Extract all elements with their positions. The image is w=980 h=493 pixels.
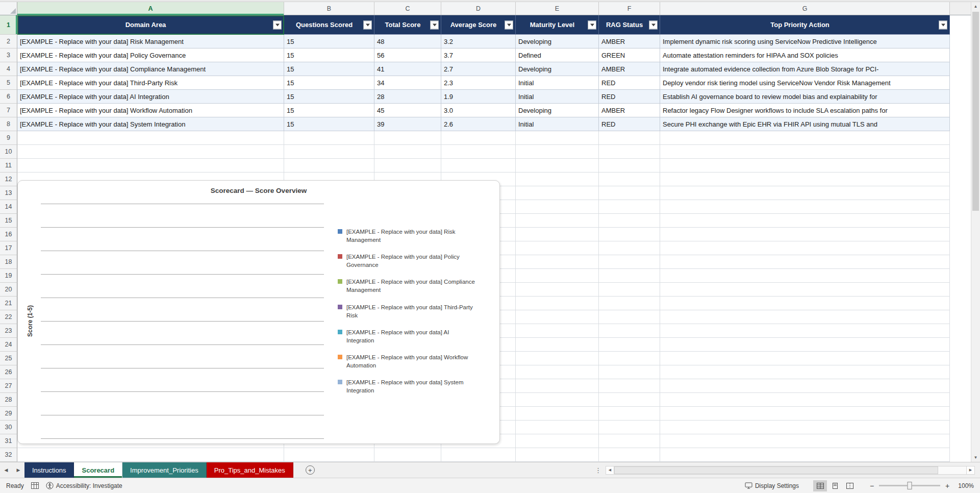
cell-E5[interactable]: Initial: [516, 76, 599, 90]
cell-E4[interactable]: Developing: [516, 62, 599, 76]
cell-A5[interactable]: [EXAMPLE - Replace with your data] Third…: [17, 76, 284, 90]
cell-G11[interactable]: [660, 159, 950, 172]
cell-D5[interactable]: 2.3: [441, 76, 516, 90]
cell-G28[interactable]: [660, 393, 950, 407]
cell-G17[interactable]: [660, 241, 950, 255]
row-header-25[interactable]: 25: [0, 352, 17, 365]
vertical-scrollbar[interactable]: ▲ ▼: [971, 2, 980, 462]
filter-button-4[interactable]: [588, 20, 596, 29]
cell-E25[interactable]: [516, 352, 599, 365]
cell-F16[interactable]: [599, 228, 660, 241]
cell-E1[interactable]: Maturity Level: [516, 15, 599, 35]
cell-F20[interactable]: [599, 283, 660, 297]
sheet-tab-Improvement_Priorities[interactable]: Improvement_Priorities: [122, 462, 207, 478]
cell-F22[interactable]: [599, 310, 660, 324]
embedded-chart[interactable]: Scorecard — Score Overview Score (1-5) […: [17, 180, 500, 444]
cell-D11[interactable]: [441, 159, 516, 172]
cell-G16[interactable]: [660, 228, 950, 241]
cell-E20[interactable]: [516, 283, 599, 297]
cell-F24[interactable]: [599, 338, 660, 352]
cell-G27[interactable]: [660, 379, 950, 393]
cell-D10[interactable]: [441, 145, 516, 159]
row-header-19[interactable]: 19: [0, 269, 17, 283]
filter-button-0[interactable]: [273, 20, 282, 29]
vertical-scroll-thumb[interactable]: [972, 12, 979, 211]
row-header-22[interactable]: 22: [0, 310, 17, 324]
page-break-view-button[interactable]: [843, 480, 857, 491]
cell-G14[interactable]: [660, 200, 950, 214]
column-header-B[interactable]: B: [284, 2, 374, 15]
cell-G2[interactable]: Implement dynamic risk scoring using Ser…: [660, 35, 950, 48]
cell-F6[interactable]: RED: [599, 90, 660, 104]
cell-E15[interactable]: [516, 214, 599, 228]
cell-F15[interactable]: [599, 214, 660, 228]
sheet-tab-Scorecard[interactable]: Scorecard: [74, 462, 122, 478]
cell-G23[interactable]: [660, 324, 950, 338]
row-header-12[interactable]: 12: [0, 172, 17, 186]
cell-C6[interactable]: 28: [374, 90, 441, 104]
row-header-7[interactable]: 7: [0, 104, 17, 117]
filter-button-2[interactable]: [430, 20, 439, 29]
zoom-level[interactable]: 100%: [954, 482, 974, 489]
row-header-17[interactable]: 17: [0, 241, 17, 255]
cell-G7[interactable]: Refactor legacy Flow Designer workflows …: [660, 104, 950, 117]
cell-G10[interactable]: [660, 145, 950, 159]
cell-G26[interactable]: [660, 365, 950, 379]
cell-E13[interactable]: [516, 186, 599, 200]
cell-G25[interactable]: [660, 352, 950, 365]
select-all-corner[interactable]: [0, 2, 17, 15]
row-header-26[interactable]: 26: [0, 365, 17, 379]
cell-D32[interactable]: [441, 448, 516, 462]
zoom-slider[interactable]: [879, 485, 940, 486]
cell-A11[interactable]: [17, 159, 284, 172]
cell-A4[interactable]: [EXAMPLE - Replace with your data] Compl…: [17, 62, 284, 76]
cell-G24[interactable]: [660, 338, 950, 352]
row-header-18[interactable]: 18: [0, 255, 17, 269]
cell-A1[interactable]: Domain Area: [17, 15, 284, 35]
cell-G20[interactable]: [660, 283, 950, 297]
cell-B7[interactable]: 15: [284, 104, 374, 117]
row-header-6[interactable]: 6: [0, 90, 17, 104]
cell-F26[interactable]: [599, 365, 660, 379]
cell-A7[interactable]: [EXAMPLE - Replace with your data] Workf…: [17, 104, 284, 117]
row-header-11[interactable]: 11: [0, 159, 17, 172]
cell-G29[interactable]: [660, 407, 950, 421]
cell-E30[interactable]: [516, 421, 599, 434]
cell-G31[interactable]: [660, 434, 950, 448]
row-header-2[interactable]: 2: [0, 35, 17, 48]
cell-E31[interactable]: [516, 434, 599, 448]
column-header-F[interactable]: F: [599, 2, 660, 15]
cell-F23[interactable]: [599, 324, 660, 338]
cell-E10[interactable]: [516, 145, 599, 159]
cell-C1[interactable]: Total Score: [374, 15, 441, 35]
cell-G4[interactable]: Integrate automated evidence collection …: [660, 62, 950, 76]
cell-D3[interactable]: 3.7: [441, 48, 516, 62]
cell-B32[interactable]: [284, 448, 374, 462]
cell-F13[interactable]: [599, 186, 660, 200]
accessibility-checker[interactable]: Accessibility: Investigate: [46, 482, 122, 489]
cell-C7[interactable]: 45: [374, 104, 441, 117]
scroll-down-icon[interactable]: ▼: [971, 453, 980, 462]
row-header-9[interactable]: 9: [0, 131, 17, 145]
cell-E17[interactable]: [516, 241, 599, 255]
cell-G3[interactable]: Automate attestation reminders for HIPAA…: [660, 48, 950, 62]
scroll-right-icon[interactable]: ▶: [966, 466, 975, 475]
column-header-C[interactable]: C: [374, 2, 441, 15]
cell-E26[interactable]: [516, 365, 599, 379]
cell-F9[interactable]: [599, 131, 660, 145]
display-settings-button[interactable]: Display Settings: [745, 482, 799, 489]
zoom-slider-thumb[interactable]: [908, 482, 912, 489]
row-header-1[interactable]: 1: [0, 15, 17, 35]
cell-E8[interactable]: Initial: [516, 117, 599, 131]
scroll-up-icon[interactable]: ▲: [971, 2, 980, 11]
cell-E7[interactable]: Developing: [516, 104, 599, 117]
row-header-16[interactable]: 16: [0, 228, 17, 241]
cell-D1[interactable]: Average Score: [441, 15, 516, 35]
zoom-in-button[interactable]: +: [944, 482, 950, 490]
cell-G8[interactable]: Secure PHI exchange with Epic EHR via FH…: [660, 117, 950, 131]
cell-E22[interactable]: [516, 310, 599, 324]
cell-F8[interactable]: RED: [599, 117, 660, 131]
row-header-32[interactable]: 32: [0, 448, 17, 462]
cell-G12[interactable]: [660, 172, 950, 186]
cell-E3[interactable]: Defined: [516, 48, 599, 62]
